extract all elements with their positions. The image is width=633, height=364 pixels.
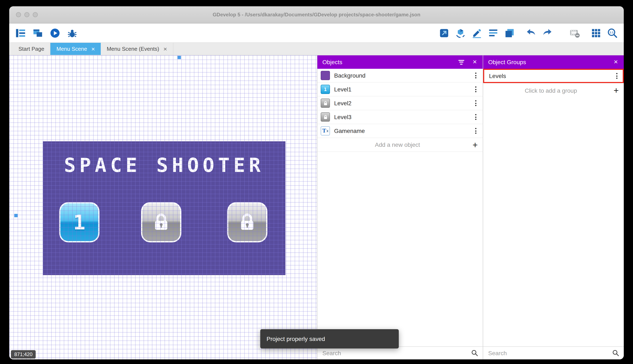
- object-menu-icon[interactable]: [472, 84, 479, 94]
- object-groups-panel: Object Groups × Levels Click to add a gr…: [483, 55, 624, 360]
- level1-number: 1: [73, 210, 85, 234]
- project-manager-icon[interactable]: [15, 28, 26, 38]
- add-group-row[interactable]: Click to add a group +: [483, 84, 624, 97]
- publish-icon[interactable]: [439, 28, 450, 38]
- extensions-icon[interactable]: [455, 28, 466, 38]
- play-icon[interactable]: [50, 28, 61, 38]
- scene-editor-canvas[interactable]: SPACE SHOOTER 1 871;420: [9, 55, 317, 360]
- game-title-text: SPACE SHOOTER: [43, 154, 285, 176]
- level2-button-instance[interactable]: [141, 202, 181, 242]
- search-icon: [612, 349, 619, 357]
- add-object-plus-icon[interactable]: +: [467, 140, 483, 149]
- lock-icon: [150, 211, 173, 234]
- edit-icon[interactable]: [471, 28, 482, 38]
- object-menu-icon[interactable]: [472, 70, 479, 80]
- object-menu-icon[interactable]: [472, 98, 479, 108]
- tab-menu-scene-events[interactable]: Menu Scene (Events) ×: [101, 43, 173, 55]
- lock-icon: [236, 211, 258, 234]
- close-tab-icon[interactable]: ×: [91, 46, 95, 52]
- group-row-levels[interactable]: Levels: [483, 69, 624, 84]
- selection-handle-left[interactable]: [14, 214, 18, 217]
- list-icon[interactable]: [488, 28, 499, 38]
- film-minus-icon[interactable]: [569, 28, 580, 38]
- undo-icon[interactable]: [526, 28, 536, 38]
- preview-window-icon[interactable]: [32, 28, 43, 38]
- object-label: Background: [334, 72, 472, 79]
- tab-label: Menu Scene (Events): [107, 46, 159, 52]
- object-label: Level1: [334, 86, 472, 93]
- level2-object-icon: [321, 98, 330, 108]
- add-object-label: Add a new object: [317, 141, 467, 148]
- tab-menu-scene[interactable]: Menu Scene ×: [51, 43, 101, 55]
- close-panel-icon[interactable]: ×: [613, 58, 619, 66]
- zoom-label: 1:1: [609, 30, 613, 34]
- object-label: Gamename: [334, 128, 472, 134]
- objects-search-input[interactable]: [317, 350, 471, 356]
- objects-panel-title: Objects: [322, 59, 342, 66]
- close-tab-icon[interactable]: ×: [163, 46, 167, 52]
- tab-bar: Start Page Menu Scene × Menu Scene (Even…: [9, 43, 624, 55]
- object-menu-icon[interactable]: [472, 112, 479, 122]
- groups-search-input[interactable]: [483, 350, 612, 356]
- objects-panel: Objects × Background 1 Level1: [317, 55, 483, 360]
- groups-panel-title: Object Groups: [488, 59, 526, 66]
- level3-button-instance[interactable]: [227, 202, 267, 242]
- add-group-plus-icon[interactable]: +: [608, 86, 624, 95]
- lock-icon: [323, 100, 328, 106]
- groups-search-bar: [483, 346, 624, 360]
- level1-button-instance[interactable]: 1: [59, 202, 100, 242]
- object-row-level1[interactable]: 1 Level1: [317, 82, 483, 96]
- add-group-label: Click to add a group: [483, 87, 608, 94]
- filter-icon[interactable]: [458, 60, 464, 64]
- objects-panel-empty-space: [317, 152, 483, 346]
- layers-icon[interactable]: [504, 28, 515, 38]
- tab-start-page[interactable]: Start Page: [13, 43, 51, 55]
- level3-object-icon: [321, 112, 330, 122]
- groups-panel-empty-space: [483, 97, 624, 346]
- groups-panel-header: Object Groups ×: [483, 55, 624, 69]
- background-instance[interactable]: SPACE SHOOTER 1: [43, 141, 285, 275]
- main-toolbar: 1:1: [9, 24, 624, 43]
- grid-icon[interactable]: [591, 28, 601, 38]
- screen: GDevelop 5 - /Users/dkarakay/Documents/G…: [0, 0, 633, 364]
- redo-icon[interactable]: [542, 28, 553, 38]
- zoom-icon[interactable]: 1:1: [607, 28, 618, 38]
- gdevelop-window: GDevelop 5 - /Users/dkarakay/Documents/G…: [9, 6, 624, 360]
- group-menu-icon[interactable]: [613, 71, 620, 81]
- object-row-level3[interactable]: Level3: [317, 110, 483, 124]
- lock-icon: [323, 114, 328, 120]
- title-bar[interactable]: GDevelop 5 - /Users/dkarakay/Documents/G…: [9, 6, 624, 24]
- search-icon: [471, 349, 479, 357]
- toolbar-right-group: 1:1: [439, 28, 618, 38]
- objects-panel-header: Objects ×: [317, 55, 483, 69]
- object-row-background[interactable]: Background: [317, 69, 483, 82]
- window-title: GDevelop 5 - /Users/dkarakay/Documents/G…: [9, 12, 624, 18]
- tab-label: Menu Scene: [57, 46, 87, 52]
- object-label: Level2: [334, 100, 472, 106]
- object-row-gamename[interactable]: Tx Gamename: [317, 124, 483, 138]
- text-object-icon: Tx: [321, 126, 330, 136]
- debug-icon[interactable]: [67, 28, 78, 38]
- object-menu-icon[interactable]: [472, 126, 479, 136]
- save-toast: Project properly saved: [260, 329, 399, 348]
- object-label: Level3: [334, 114, 472, 120]
- tab-label: Start Page: [19, 46, 44, 52]
- close-panel-icon[interactable]: ×: [472, 58, 478, 66]
- toolbar-left-group: [15, 28, 78, 38]
- content-area: SPACE SHOOTER 1 871;420: [9, 55, 624, 360]
- selection-handle-top[interactable]: [178, 56, 181, 59]
- add-object-row[interactable]: Add a new object +: [317, 138, 483, 152]
- object-row-level2[interactable]: Level2: [317, 96, 483, 110]
- cursor-coordinates: 871;420: [11, 350, 36, 358]
- toast-message: Project properly saved: [266, 336, 325, 342]
- group-label: Levels: [489, 72, 613, 79]
- background-object-icon: [321, 71, 330, 80]
- level1-object-icon: 1: [321, 85, 330, 94]
